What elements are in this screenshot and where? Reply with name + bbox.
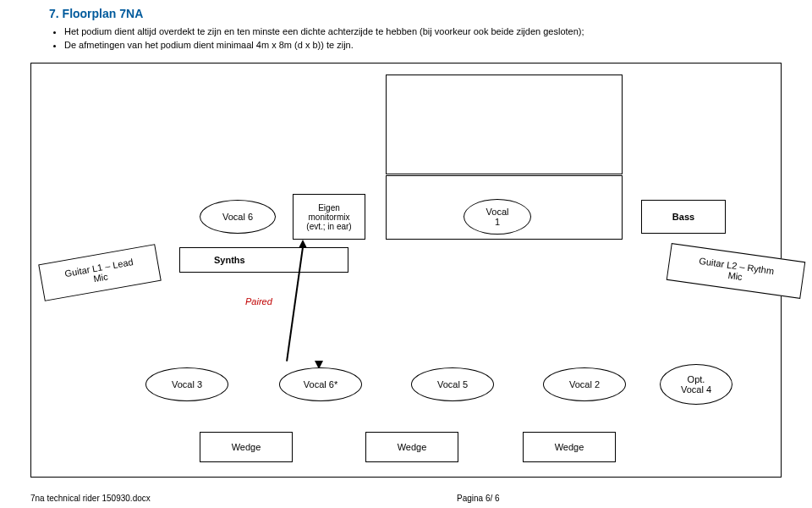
footer-filename: 7na technical rider 150930.docx xyxy=(30,494,151,503)
vocal2-ellipse: Vocal 2 xyxy=(543,367,626,401)
footer-page: Pagina 6/ 6 xyxy=(457,494,500,503)
wedge-box-2: Wedge xyxy=(365,432,458,462)
synths-box: Synths xyxy=(179,247,348,273)
section-number: 7. xyxy=(49,7,59,20)
arrow-head-up-icon xyxy=(299,240,307,248)
vocal3-ellipse: Vocal 3 xyxy=(145,367,228,401)
vocal6-ellipse: Vocal 6 xyxy=(200,200,276,234)
paired-label: Paired xyxy=(245,296,272,306)
synths-text: Synths xyxy=(214,255,245,265)
guitar-l1-text: Guitar L1 – Lead Mic xyxy=(64,257,136,289)
section-title: 7. Floorplan 7NA xyxy=(49,7,143,20)
guitar-l2-text: Guitar L2 – Rythm Mic xyxy=(697,256,775,286)
vocal5-ellipse: Vocal 5 xyxy=(411,367,494,401)
bass-box: Bass xyxy=(641,200,726,234)
opt-vocal4-text: Opt. Vocal 4 xyxy=(681,374,711,395)
wedge-box-1: Wedge xyxy=(200,432,293,462)
opt-vocal4-ellipse: Opt. Vocal 4 xyxy=(660,364,732,405)
bullet-list: Het podium dient altijd overdekt te zijn… xyxy=(49,25,584,52)
wedge-box-3: Wedge xyxy=(523,432,616,462)
monitormix-box: Eigen monitormix (evt.; in ear) xyxy=(293,194,365,240)
vocal6star-ellipse: Vocal 6* xyxy=(279,367,362,401)
box-empty-riser xyxy=(386,75,623,174)
bullet-item: Het podium dient altijd overdekt te zijn… xyxy=(64,25,584,39)
section-title-text: Floorplan 7NA xyxy=(63,7,144,20)
vocal1-ellipse: Vocal 1 xyxy=(464,199,531,235)
vocal1-text: Vocal 1 xyxy=(486,207,509,227)
monitormix-text: Eigen monitormix (evt.; in ear) xyxy=(306,203,351,231)
bullet-item: De afmetingen van het podium dient minim… xyxy=(64,39,584,52)
